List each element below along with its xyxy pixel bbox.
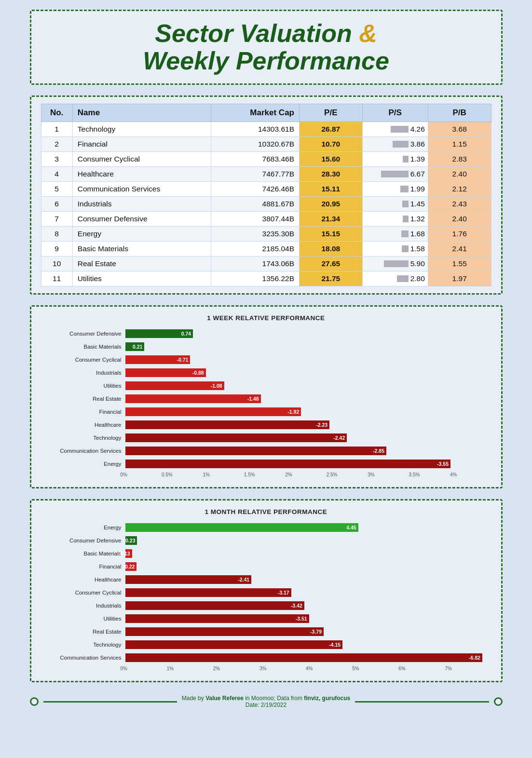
- cell-name: Technology: [72, 122, 211, 137]
- cell-pb: 2.41: [428, 242, 491, 257]
- bar-container: -2.85: [125, 446, 491, 456]
- bar-container: -0.22: [125, 562, 491, 571]
- cell-pe: 15.60: [299, 152, 362, 167]
- bar-label: Communication Services: [46, 655, 125, 661]
- cell-pb: 1.15: [428, 137, 491, 152]
- header-pe: P/E: [299, 104, 362, 122]
- bar-fill: -2.42: [125, 433, 347, 442]
- chart-bar-row: Communication Services-2.85: [46, 446, 491, 456]
- bar-container: 0.23: [125, 536, 491, 545]
- bar-label: Financial: [46, 409, 125, 415]
- bar-fill: -1.48: [125, 394, 261, 403]
- title-amp: &: [359, 19, 377, 47]
- cell-name: Healthcare: [72, 167, 211, 182]
- x-tick: 3.5%: [409, 472, 450, 477]
- table-row: 3 Consumer Cyclical 7683.46B 15.60 1.39 …: [41, 152, 491, 167]
- bar-container: -3.79: [125, 627, 491, 636]
- bar-label: Real Estate: [46, 629, 125, 635]
- chart-bar-row: Consumer Defensive0.23: [46, 535, 491, 546]
- chart-bar-row: Consumer Cyclical-3.17: [46, 587, 491, 598]
- cell-name: Basic Materials: [72, 242, 211, 257]
- chart-bar-row: Basic Materials0.21: [46, 341, 491, 352]
- footer-line-right: [355, 701, 489, 703]
- chart2-title: 1 MONTH RELATIVE PERFORMANCE: [41, 508, 491, 515]
- cell-ps: 1.68: [362, 227, 428, 242]
- table-body: 1 Technology 14303.61B 26.87 4.26 3.68 2…: [41, 122, 491, 286]
- table-row: 4 Healthcare 7467.77B 28.30 6.67 2.40: [41, 167, 491, 182]
- bar-container: -1.08: [125, 381, 491, 391]
- x-tick: 2.5%: [327, 472, 368, 477]
- x-tick: 1%: [203, 472, 244, 477]
- footer: Made by Value Referee in Moomoo; Data fr…: [30, 695, 503, 708]
- table-row: 8 Energy 3235.30B 15.15 1.68 1.76: [41, 227, 491, 242]
- bar-container: -6.82: [125, 653, 491, 663]
- cell-mcap: 2185.04B: [211, 242, 300, 257]
- bar-label: Consumer Cyclical: [46, 590, 125, 596]
- x-tick: 3%: [368, 472, 409, 477]
- bar-label: Industrials: [46, 370, 125, 376]
- bar-fill: -2.41: [125, 575, 252, 584]
- x-tick: 0%: [121, 666, 167, 671]
- bar-fill: -1.92: [125, 407, 301, 416]
- bar-label: Basic Materials: [46, 344, 125, 350]
- x-tick: 5%: [352, 666, 398, 671]
- bar-label: Technology: [46, 642, 125, 648]
- bar-container: 4.45: [125, 523, 491, 532]
- table-section: No. Name Market Cap P/E P/S P/B 1 Techno…: [30, 95, 503, 295]
- bar-label: Consumer Defensive: [46, 538, 125, 543]
- cell-name: Energy: [72, 227, 211, 242]
- header-no: No.: [41, 104, 72, 122]
- bar-container: -2.23: [125, 420, 491, 430]
- footer-line1: Made by Value Referee in Moomoo; Data fr…: [182, 695, 350, 702]
- bar-fill: -2.85: [125, 447, 387, 455]
- cell-ps: 5.90: [362, 257, 428, 271]
- sector-table: No. Name Market Cap P/E P/S P/B 1 Techno…: [41, 104, 491, 286]
- bar-fill: -0.22: [125, 562, 137, 571]
- cell-pb: 1.55: [428, 257, 491, 271]
- cell-no: 11: [41, 271, 72, 286]
- chart2-bars: Energy4.45Consumer Defensive0.23Basic Ma…: [41, 522, 491, 663]
- bar-container: -4.15: [125, 640, 491, 650]
- cell-pe: 21.34: [299, 212, 362, 227]
- bar-container: -3.55: [125, 459, 491, 469]
- bar-container: -0.13: [125, 549, 491, 558]
- chart-bar-row: Technology-4.15: [46, 639, 491, 650]
- table-row: 7 Consumer Defensive 3807.44B 21.34 1.32…: [41, 212, 491, 227]
- cell-ps: 4.26: [362, 122, 428, 137]
- table-row: 2 Financial 10320.67B 10.70 3.86 1.15: [41, 137, 491, 152]
- cell-ps: 2.80: [362, 271, 428, 286]
- x-tick: 0%: [121, 472, 162, 477]
- page-title: Sector Valuation & Weekly Performance: [46, 20, 487, 75]
- bar-fill: -1.08: [125, 381, 224, 390]
- bar-label: Healthcare: [46, 577, 125, 582]
- cell-no: 7: [41, 212, 72, 227]
- cell-name: Industrials: [72, 197, 211, 212]
- bar-fill: -3.17: [125, 588, 291, 597]
- bar-label: Consumer Cyclical: [46, 357, 125, 363]
- cell-name: Real Estate: [72, 257, 211, 271]
- bar-container: 0.74: [125, 329, 491, 338]
- title-box: Sector Valuation & Weekly Performance: [30, 10, 503, 85]
- cell-pe: 18.08: [299, 242, 362, 257]
- x-tick: 2%: [213, 666, 259, 671]
- bar-label: Utilities: [46, 383, 125, 389]
- bar-fill: -0.13: [125, 549, 132, 558]
- bar-fill: -3.42: [125, 601, 304, 610]
- cell-pe: 27.65: [299, 257, 362, 271]
- cell-no: 1: [41, 122, 72, 137]
- cell-pb: 1.97: [428, 271, 491, 286]
- header-pb: P/B: [428, 104, 491, 122]
- chart-bar-row: Basic Materials-0.13: [46, 548, 491, 559]
- bar-container: -1.92: [125, 407, 491, 417]
- x-tick: 6%: [398, 666, 445, 671]
- header-mcap: Market Cap: [211, 104, 300, 122]
- cell-no: 2: [41, 137, 72, 152]
- title-line1: Sector Valuation: [155, 19, 359, 47]
- cell-mcap: 1356.22B: [211, 271, 300, 286]
- chart-bar-row: Technology-2.42: [46, 433, 491, 443]
- bar-label: Consumer Defensive: [46, 331, 125, 337]
- cell-pb: 2.43: [428, 197, 491, 212]
- cell-name: Utilities: [72, 271, 211, 286]
- cell-pe: 28.30: [299, 167, 362, 182]
- bar-container: -3.51: [125, 614, 491, 623]
